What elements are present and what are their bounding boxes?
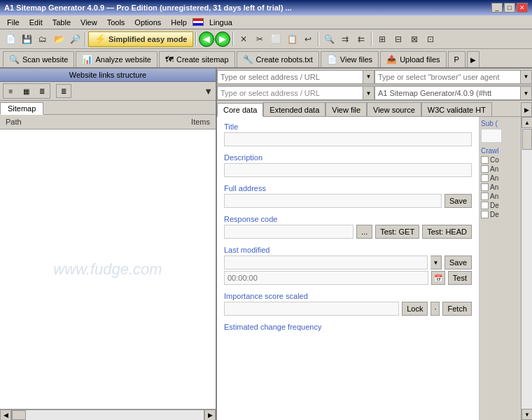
crawl-cb-4[interactable] [481, 183, 489, 191]
vertical-scrollbar[interactable]: ▲ ▼ [521, 117, 532, 420]
view-list-btn[interactable]: ≡ [4, 84, 19, 98]
upload-icon: 📤 [386, 55, 397, 64]
view-source-tab[interactable]: View source [367, 102, 421, 116]
crawl-cb-5[interactable] [481, 192, 489, 200]
url-input[interactable] [217, 70, 363, 84]
horizontal-scrollbar[interactable]: ◀ ▶ [0, 409, 216, 420]
agent-input[interactable] [374, 70, 521, 84]
toolbar-btn-c[interactable]: ⊞ [374, 31, 390, 47]
time-input[interactable] [224, 271, 428, 285]
last-modified-input[interactable] [224, 255, 428, 270]
create-sitemap-tab[interactable]: 🗺 Create sitemap [159, 51, 235, 67]
menu-options[interactable]: Options [130, 17, 165, 28]
crawl-cb-1[interactable] [481, 156, 489, 164]
scroll-thumb[interactable] [12, 410, 26, 420]
data-tab-more[interactable]: ▶ [521, 102, 532, 116]
scroll-left-arrow[interactable]: ◀ [0, 410, 11, 421]
minimize-button[interactable]: _ [491, 3, 503, 13]
extended-data-tab[interactable]: Extended data [263, 102, 326, 116]
action-tab-arrow[interactable]: ▶ [467, 51, 479, 67]
test-get-btn[interactable]: Test: GET [375, 225, 419, 239]
toolbar-btn-b[interactable]: ⇇ [354, 31, 369, 47]
crawl-row-7: De [481, 211, 519, 218]
w3c-validate-tab[interactable]: W3C validate HT [421, 102, 492, 116]
importance-score-input[interactable] [224, 302, 399, 316]
agent-dropdown-arrow[interactable]: ▼ [521, 70, 532, 84]
extra-tab[interactable]: P [448, 51, 465, 67]
menu-tools[interactable]: Tools [103, 17, 130, 28]
toolbar-btn-e[interactable]: ⊠ [407, 31, 422, 47]
maximize-button[interactable]: □ [504, 3, 515, 13]
scroll-down-arrow[interactable]: ▼ [522, 409, 532, 420]
agent-secondary-dropdown[interactable]: ▼ [521, 86, 532, 100]
menu-view[interactable]: View [76, 17, 102, 28]
title-input[interactable] [224, 132, 472, 146]
crawl-cb-6[interactable] [481, 202, 489, 209]
response-browse-btn[interactable]: ... [356, 225, 372, 239]
create-robots-tab[interactable]: 🔧 Create robots.txt [237, 51, 319, 67]
crawl-cb-3[interactable] [481, 174, 489, 182]
view-grid-btn[interactable]: ▦ [19, 84, 34, 98]
tree-content[interactable]: www.fudge.com [0, 130, 216, 409]
agent-secondary-input[interactable]: A1 Sitemap Generator/4.0.9 (#htt [374, 86, 521, 100]
toolbar-btn-d[interactable]: ⊟ [391, 31, 406, 47]
lock-btn[interactable]: Lock [402, 302, 428, 316]
toolbar-stop[interactable]: ✕ [236, 31, 251, 47]
menu-lingua[interactable]: Lingua [205, 17, 237, 28]
toolbar-btn-5[interactable]: 🔎 [67, 31, 83, 47]
star-icon: ⚡ [94, 34, 106, 44]
toolbar-copy[interactable]: ⬜ [268, 31, 284, 47]
response-code-input[interactable] [224, 225, 354, 239]
nav-forward-button[interactable]: ▶ [215, 31, 230, 47]
menu-file[interactable]: File [3, 17, 24, 28]
view-file-tab[interactable]: View file [326, 102, 367, 116]
toolbar-btn-a[interactable]: ⇉ [337, 31, 353, 47]
fetch-btn[interactable]: Fetch [442, 302, 472, 316]
menu-edit[interactable]: Edit [25, 17, 47, 28]
crawl-cb-2[interactable] [481, 165, 489, 173]
calendar-icon[interactable]: 📅 [431, 271, 445, 285]
upload-files-tab[interactable]: 📤 Upload files [380, 51, 446, 67]
url-secondary-input[interactable]: Type or select address / URL [217, 86, 363, 100]
url-secondary-dropdown[interactable]: ▼ [363, 86, 374, 100]
last-modified-save-btn[interactable]: Save [444, 255, 472, 270]
full-address-save-btn[interactable]: Save [444, 194, 472, 208]
title-label: Title [224, 122, 472, 131]
toolbar-find[interactable]: 🔍 [321, 31, 337, 47]
scroll-vertical-track[interactable] [522, 128, 532, 409]
last-modified-dropdown-arrow[interactable]: ▼ [430, 255, 442, 270]
time-test-btn[interactable]: Test [448, 271, 472, 285]
description-input[interactable] [224, 163, 472, 177]
toolbar-btn-3[interactable]: 🗂 [35, 31, 50, 47]
analyze-website-tab[interactable]: 📊 Analyze website [76, 51, 158, 67]
scroll-track[interactable] [11, 410, 204, 421]
nav-back-button[interactable]: ◀ [199, 31, 214, 47]
toolbar-btn-1[interactable]: 📄 [3, 31, 18, 47]
scan-website-tab[interactable]: 🔍 Scan website [3, 51, 74, 67]
toolbar-paste[interactable]: 📋 [284, 31, 300, 47]
toolbar-btn-4[interactable]: 📂 [51, 31, 66, 47]
view-files-tab[interactable]: 📄 View files [321, 51, 379, 67]
filter-icon[interactable]: ▼ [204, 86, 213, 97]
url-dropdown-arrow[interactable]: ▼ [363, 70, 374, 84]
close-button[interactable]: ✕ [517, 3, 528, 13]
scroll-vertical-thumb[interactable] [522, 129, 532, 150]
toolbar-undo[interactable]: ↩ [300, 31, 316, 47]
toolbar-btn-2[interactable]: 💾 [19, 31, 34, 47]
sub-input[interactable] [481, 129, 502, 143]
scroll-up-arrow[interactable]: ▲ [522, 117, 532, 128]
crawl-cb-7[interactable] [481, 211, 489, 218]
toolbar-cut[interactable]: ✂ [252, 31, 267, 47]
full-address-input[interactable] [224, 194, 442, 208]
sitemap-tab[interactable]: Sitemap [0, 102, 43, 115]
dot-btn[interactable]: · [430, 302, 440, 316]
menu-help[interactable]: Help [167, 17, 191, 28]
menu-table[interactable]: Table [48, 17, 75, 28]
simplified-mode-button[interactable]: ⚡ Simplified easy mode [88, 31, 193, 47]
core-data-tab[interactable]: Core data [217, 103, 263, 117]
scroll-right-arrow[interactable]: ▶ [204, 410, 216, 421]
test-head-btn[interactable]: Test: HEAD [422, 225, 472, 239]
view-detail-btn[interactable]: ≣ [34, 84, 50, 98]
toolbar-btn-f[interactable]: ⊡ [423, 31, 438, 47]
view-mode-toggle[interactable]: ≣ [56, 84, 71, 98]
